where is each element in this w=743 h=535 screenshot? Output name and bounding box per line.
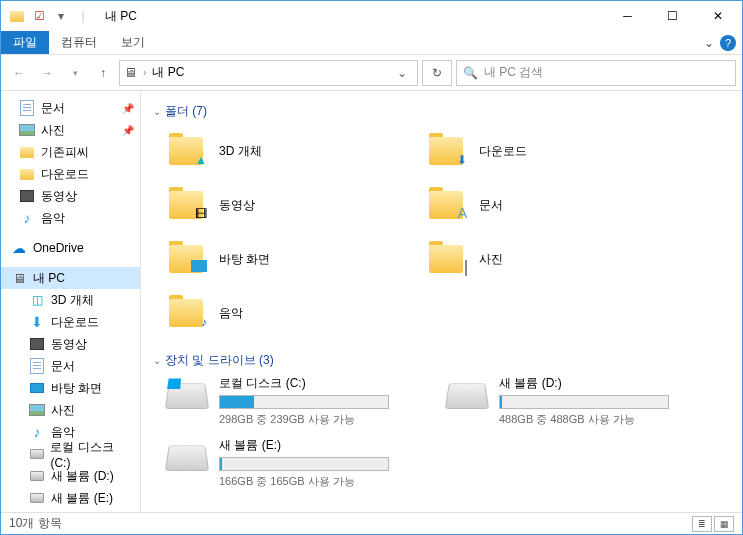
drive-capacity-bar <box>219 457 389 471</box>
help-icon[interactable]: ? <box>720 35 736 51</box>
qat-separator: | <box>73 6 93 26</box>
address-bar[interactable]: 🖥 › 내 PC ⌄ <box>119 60 418 86</box>
address-dropdown-icon[interactable]: ⌄ <box>391 66 413 80</box>
sidebar: 문서📌사진📌기존피씨다운로드동영상♪음악 ☁ OneDrive 🖥 내 PC ◫… <box>1 91 141 512</box>
search-placeholder: 내 PC 검색 <box>484 64 543 81</box>
sidebar-item[interactable]: 동영상 <box>1 333 140 355</box>
sidebar-item-label: 3D 개체 <box>51 292 94 309</box>
sidebar-item-label: 음악 <box>41 210 65 227</box>
pic-icon <box>19 122 35 138</box>
status-text: 10개 항목 <box>9 515 62 532</box>
nav-back-button[interactable]: ← <box>7 61 31 85</box>
doc-icon <box>19 100 35 116</box>
drive-item[interactable]: 새 볼륨 (E:)166GB 중 165GB 사용 가능 <box>167 437 427 489</box>
folder-item[interactable]: ⬇다운로드 <box>427 126 647 176</box>
sidebar-onedrive[interactable]: ☁ OneDrive <box>1 237 140 259</box>
drive-name: 로컬 디스크 (C:) <box>219 375 427 392</box>
sidebar-item-label: 동영상 <box>51 336 87 353</box>
folders-grid: ▲3D 개체⬇다운로드🎞동영상A문서바탕 화면사진♪음악 <box>153 126 730 338</box>
ribbon-right: ⌄ ? <box>704 31 742 54</box>
desk-icon <box>29 380 45 396</box>
group-header-drives[interactable]: ⌄ 장치 및 드라이브 (3) <box>153 352 730 369</box>
sidebar-item-label: 문서 <box>51 358 75 375</box>
vid-icon <box>19 188 35 204</box>
folder-item[interactable]: 🎞동영상 <box>167 180 387 230</box>
group-header-folders[interactable]: ⌄ 폴더 (7) <box>153 103 730 120</box>
drive-subtext: 298GB 중 239GB 사용 가능 <box>219 412 427 427</box>
folder-icon: ▲ <box>167 133 207 169</box>
window-title: 내 PC <box>105 8 137 25</box>
qat-properties-icon[interactable]: ☑ <box>29 6 49 26</box>
drive-item[interactable]: 새 볼륨 (D:)488GB 중 488GB 사용 가능 <box>447 375 707 427</box>
ribbon-tab-view[interactable]: 보기 <box>109 31 157 54</box>
dl-icon: ⬇ <box>29 314 45 330</box>
search-box[interactable]: 🔍 내 PC 검색 <box>456 60 736 86</box>
sidebar-item-label: 로컬 디스크 (C:) <box>50 439 134 470</box>
drive-name: 새 볼륨 (E:) <box>219 437 427 454</box>
sidebar-item[interactable]: 문서 <box>1 355 140 377</box>
drive-icon <box>167 375 207 415</box>
view-details-button[interactable]: ≣ <box>692 516 712 532</box>
folder-item[interactable]: 바탕 화면 <box>167 234 387 284</box>
sidebar-item[interactable]: 바탕 화면 <box>1 377 140 399</box>
quick-access-toolbar: ☑ ▾ | <box>3 6 97 26</box>
nav-up-button[interactable]: ↑ <box>91 61 115 85</box>
folder-label: 음악 <box>219 305 243 322</box>
nav-recent-dropdown[interactable]: ▾ <box>63 61 87 85</box>
sidebar-item[interactable]: 새 볼륨 (E:) <box>1 487 140 509</box>
sidebar-item[interactable]: 다운로드 <box>1 163 140 185</box>
sidebar-item[interactable]: 사진 <box>1 399 140 421</box>
drives-grid: 로컬 디스크 (C:)298GB 중 239GB 사용 가능새 볼륨 (D:)4… <box>153 375 730 489</box>
breadcrumb-chevron-icon: › <box>143 67 146 78</box>
address-location[interactable]: 내 PC <box>152 64 184 81</box>
folder-item[interactable]: A문서 <box>427 180 647 230</box>
sidebar-item[interactable]: ◫3D 개체 <box>1 289 140 311</box>
sidebar-item[interactable]: 사진📌 <box>1 119 140 141</box>
sidebar-thispc[interactable]: 🖥 내 PC <box>1 267 140 289</box>
folder-item[interactable]: 사진 <box>427 234 647 284</box>
sidebar-item[interactable]: ⬇다운로드 <box>1 311 140 333</box>
view-icons-button[interactable]: ▦ <box>714 516 734 532</box>
sidebar-item-label: 동영상 <box>41 188 77 205</box>
folder-label: 바탕 화면 <box>219 251 270 268</box>
refresh-button[interactable]: ↻ <box>422 60 452 86</box>
view-buttons: ≣ ▦ <box>692 516 734 532</box>
titlebar: ☑ ▾ | 내 PC ─ ☐ ✕ <box>1 1 742 31</box>
qat-dropdown-icon[interactable]: ▾ <box>51 6 71 26</box>
qat-folder-icon[interactable] <box>7 6 27 26</box>
body: 문서📌사진📌기존피씨다운로드동영상♪음악 ☁ OneDrive 🖥 내 PC ◫… <box>1 91 742 512</box>
drive-item[interactable]: 로컬 디스크 (C:)298GB 중 239GB 사용 가능 <box>167 375 427 427</box>
drv-icon <box>29 446 44 462</box>
close-button[interactable]: ✕ <box>695 2 740 30</box>
ribbon-collapse-icon[interactable]: ⌄ <box>704 36 714 50</box>
sidebar-item[interactable]: 로컬 디스크 (C:) <box>1 443 140 465</box>
ribbon-tab-computer[interactable]: 컴퓨터 <box>49 31 109 54</box>
sidebar-item-label: 문서 <box>41 100 65 117</box>
sidebar-item[interactable]: ♪음악 <box>1 207 140 229</box>
minimize-button[interactable]: ─ <box>605 2 650 30</box>
sidebar-item-label: 다운로드 <box>51 314 99 331</box>
folder-label: 3D 개체 <box>219 143 262 160</box>
search-icon: 🔍 <box>463 66 478 80</box>
sidebar-item[interactable]: 동영상 <box>1 185 140 207</box>
sidebar-item-label: 사진 <box>41 122 65 139</box>
folder-icon <box>427 241 467 277</box>
sidebar-item[interactable]: 기존피씨 <box>1 141 140 163</box>
group-label: 장치 및 드라이브 (3) <box>165 352 274 369</box>
drive-body: 새 볼륨 (E:)166GB 중 165GB 사용 가능 <box>219 437 427 489</box>
sidebar-item-label: 바탕 화면 <box>51 380 102 397</box>
nav-forward-button[interactable]: → <box>35 61 59 85</box>
sidebar-item[interactable]: 문서📌 <box>1 97 140 119</box>
drive-name: 새 볼륨 (D:) <box>499 375 707 392</box>
maximize-button[interactable]: ☐ <box>650 2 695 30</box>
sidebar-item-label: 새 볼륨 (D:) <box>51 468 114 485</box>
vid-icon <box>29 336 45 352</box>
sidebar-item-label: 기존피씨 <box>41 144 89 161</box>
folder-icon: ♪ <box>167 295 207 331</box>
folder-item[interactable]: ♪음악 <box>167 288 387 338</box>
sidebar-item-label: OneDrive <box>33 241 84 255</box>
ribbon-tab-file[interactable]: 파일 <box>1 31 49 54</box>
drive-capacity-bar <box>499 395 669 409</box>
folder-item[interactable]: ▲3D 개체 <box>167 126 387 176</box>
drv-icon <box>29 468 45 484</box>
